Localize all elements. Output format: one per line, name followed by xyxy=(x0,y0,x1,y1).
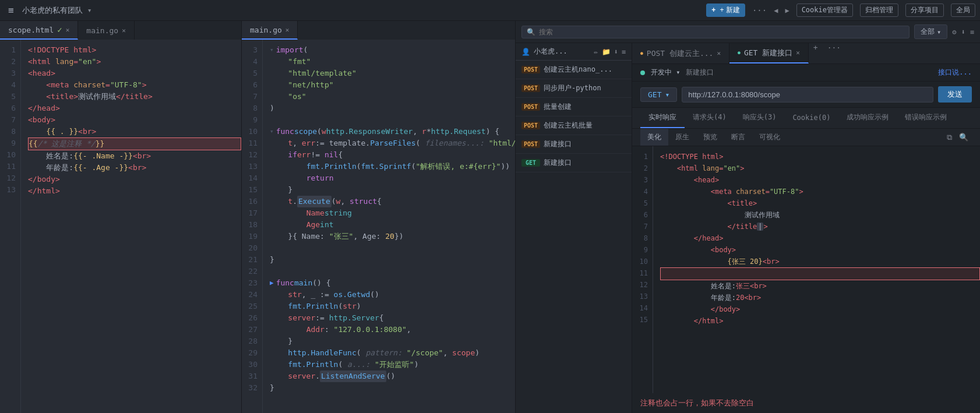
api-link[interactable]: 接口说... xyxy=(938,68,972,77)
code-line: "net/http" xyxy=(270,79,515,91)
top-bar-actions: + + 新建 ··· ◀ ▶ Cookie管理器 归档管理 分享项目 全局 xyxy=(706,3,975,17)
share-button[interactable]: 分享项目 xyxy=(905,3,944,17)
method-badge-post: POST xyxy=(521,66,540,73)
tab-error-example[interactable]: 错误响应示例 xyxy=(897,108,955,128)
tab-close-icon[interactable]: ✕ xyxy=(717,50,721,57)
left-tab-bar: scope.html ✓ ✕ main.go ✕ xyxy=(0,21,241,40)
url-input[interactable] xyxy=(682,87,933,103)
resp-line: </html> xyxy=(660,315,980,327)
api-list-header: 👤 小老虎... ✏ 📁 ⬇ ≡ xyxy=(516,43,632,61)
menu-icon[interactable]: ≡ xyxy=(5,5,17,16)
more-icon[interactable]: ··· xyxy=(752,6,767,15)
forward-icon[interactable]: ▶ xyxy=(785,6,789,15)
resp-line: <meta charset="UTF-8"> xyxy=(660,186,980,197)
code-line: "html/template" xyxy=(270,68,515,79)
method-select[interactable]: GET ▾ xyxy=(640,87,677,102)
tab-request-headers[interactable]: 请求头(4) xyxy=(685,108,735,128)
search2-icon[interactable]: 🔍 xyxy=(956,129,972,145)
code-line: return xyxy=(270,172,515,184)
copy-icon[interactable]: ⧉ xyxy=(943,129,956,146)
file-manager-button[interactable]: 归档管理 xyxy=(860,3,898,17)
code-line: }{ Name: "张三", Age: 20}) xyxy=(270,231,515,242)
user-icon: 👤 xyxy=(521,48,530,56)
edit-icon[interactable]: ✏ xyxy=(594,48,598,56)
list-item[interactable]: POST 创建云主机批量 xyxy=(516,117,632,135)
back-icon[interactable]: ◀ xyxy=(774,6,778,15)
team-name: 小老虎的私有团队 xyxy=(22,5,83,16)
tab-post-create[interactable]: ● POST 创建云主... ✕ xyxy=(632,43,729,63)
tab-more-icon[interactable]: ··· xyxy=(823,43,845,63)
api-detail: ● POST 创建云主... ✕ ● GET 新建接口 ✕ + ··· 开发 xyxy=(632,43,980,413)
download2-icon[interactable]: ⬇ xyxy=(614,48,618,56)
tab-close-icon[interactable]: ✕ xyxy=(66,26,70,34)
tab-scope-html[interactable]: scope.html ✓ ✕ xyxy=(0,21,78,40)
tab-get-new[interactable]: ● GET 新建接口 ✕ xyxy=(729,43,809,63)
code-line: <title>测试作用域</title> xyxy=(28,91,241,103)
download-icon[interactable]: ⬇ xyxy=(961,28,965,36)
code-line xyxy=(270,242,515,254)
action-visualize[interactable]: 可视化 xyxy=(752,129,787,146)
status-dropdown[interactable]: 开发中 ▾ xyxy=(651,68,680,77)
code-line: "os" xyxy=(270,91,515,103)
get-dot-icon: ● xyxy=(738,50,741,55)
tab-cookie[interactable]: Cookie(0) xyxy=(784,109,838,128)
code-line: } xyxy=(270,254,515,266)
code-line: 年龄是:{{- .Age -}}<br> xyxy=(28,162,241,174)
tab-close-icon[interactable]: ✕ xyxy=(796,49,800,57)
filter-button[interactable]: 全部 ▾ xyxy=(914,24,947,39)
search-input[interactable] xyxy=(539,28,904,36)
response-line-numbers: 12345 678910 1112131415 xyxy=(632,146,653,393)
list-item[interactable]: POST 批量创建 xyxy=(516,98,632,117)
code-line: if err != nil { xyxy=(270,149,515,161)
chevron-down-icon: ▾ xyxy=(665,90,669,99)
annotation-area: 注释也会占一行，如果不去除空白 xyxy=(632,393,980,413)
list-item[interactable]: POST 创建云主机nano_... xyxy=(516,61,632,79)
right-api-panel: 🔍 全部 ▾ ⚙ ⬇ ≡ 👤 小老虎... ✏ 📁 ⬇ ≡ xyxy=(516,21,980,413)
check-icon: ✓ xyxy=(57,25,62,34)
tab-main-go-middle[interactable]: main.go ✕ xyxy=(242,21,298,40)
code-line: fmt.Println(str) xyxy=(270,301,515,312)
middle-tab-bar: main.go ✕ xyxy=(242,21,515,40)
add-tab-icon[interactable]: + xyxy=(809,43,823,63)
new-button[interactable]: + + 新建 xyxy=(706,3,745,17)
settings-icon[interactable]: ⚙ xyxy=(952,28,956,36)
code-line: str, _ := os.Getwd() xyxy=(270,289,515,301)
menu2-icon[interactable]: ≡ xyxy=(622,48,626,56)
list-item[interactable]: POST 新建接口 xyxy=(516,135,632,154)
resp-line: </head> xyxy=(660,232,980,244)
resp-line: 姓名是:张三<br> xyxy=(660,280,980,292)
send-button[interactable]: 发送 xyxy=(938,86,972,103)
list-item[interactable]: POST 同步用户-python xyxy=(516,79,632,98)
tab-close-icon[interactable]: ✕ xyxy=(285,26,290,34)
code-line: } xyxy=(270,382,515,394)
tab-main-go[interactable]: main.go ✕ xyxy=(78,21,134,40)
tab-realtime-response[interactable]: 实时响应 xyxy=(640,108,685,128)
search-input-wrapper: 🔍 xyxy=(521,26,910,38)
api-content: 👤 小老虎... ✏ 📁 ⬇ ≡ POST 创建云主机nano_... POST… xyxy=(516,43,980,413)
action-raw[interactable]: 原生 xyxy=(668,129,696,146)
middle-editor-panel: main.go ✕ 34567 89101112 1314151617 1819… xyxy=(242,21,516,413)
code-line: <meta charset="UTF-8"> xyxy=(28,79,241,91)
code-line: "fmt" xyxy=(270,56,515,68)
full-button[interactable]: 全局 xyxy=(951,3,975,17)
code-line: <body> xyxy=(28,114,241,126)
response-actions: 美化 原生 预览 断言 可视化 ⧉ 🔍 xyxy=(632,129,980,146)
action-preview[interactable]: 预览 xyxy=(696,129,724,146)
action-assert[interactable]: 断言 xyxy=(724,129,752,146)
post-dot-icon: ● xyxy=(640,51,643,56)
action-beautify[interactable]: 美化 xyxy=(640,129,668,146)
tab-response-headers[interactable]: 响应头(3) xyxy=(735,108,785,128)
code-line: {{ . }}<br> xyxy=(28,126,241,137)
tab-success-example[interactable]: 成功响应示例 xyxy=(838,108,897,128)
list-item[interactable]: GET 新建接口 xyxy=(516,154,632,172)
more-options-icon[interactable]: ≡ xyxy=(970,28,974,36)
cookie-manager-button[interactable]: Cookie管理器 xyxy=(796,3,853,17)
api-item-name: 创建云主机nano_... xyxy=(544,65,626,75)
code-line: } xyxy=(270,184,515,196)
resp-line: 测试作用域 xyxy=(660,209,980,221)
code-line: </head> xyxy=(28,103,241,114)
tab-close-icon[interactable]: ✕ xyxy=(122,27,126,34)
code-line: } xyxy=(270,336,515,347)
resp-line: <head> xyxy=(660,174,980,186)
folder-icon[interactable]: 📁 xyxy=(602,48,611,56)
